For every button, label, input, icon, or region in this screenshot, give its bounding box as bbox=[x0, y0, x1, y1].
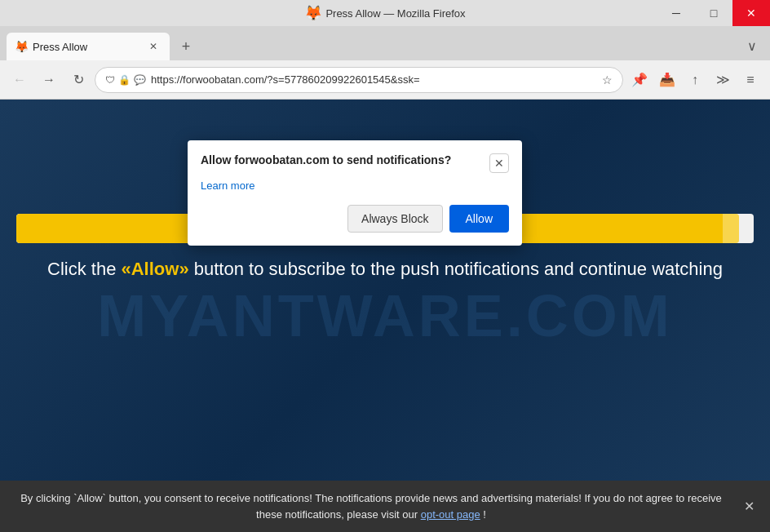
notification-permission-icon: 💬 bbox=[134, 74, 146, 86]
watermark: MYANTWARE.COM bbox=[97, 282, 672, 349]
bookmark-star-icon[interactable]: ☆ bbox=[602, 73, 613, 86]
active-tab[interactable]: 🦊 Press Allow ✕ bbox=[7, 33, 170, 60]
bottom-bar-close-button[interactable]: ✕ bbox=[737, 495, 760, 518]
address-bar[interactable]: 🛡 🔒 💬 https://forwoobatan.com/?s=5778602… bbox=[95, 67, 623, 93]
tab-title: Press Allow bbox=[33, 41, 140, 53]
tab-close-button[interactable]: ✕ bbox=[145, 38, 162, 55]
notification-popup: Allow forwoobatan.com to send notificati… bbox=[188, 140, 522, 246]
lock-icon: 🔒 bbox=[118, 74, 131, 86]
bottom-bar-text: By clicking `Allow` button, you consent … bbox=[20, 492, 722, 521]
content-area: MYANTWARE.COM 98% Click the «Allow» butt… bbox=[0, 100, 770, 532]
window-title: Press Allow — Mozilla Firefox bbox=[325, 7, 465, 20]
back-button[interactable]: ← bbox=[7, 67, 33, 93]
forward-button[interactable]: → bbox=[36, 67, 62, 93]
progress-bar-shine bbox=[723, 214, 739, 243]
minimize-button[interactable]: ─ bbox=[657, 0, 695, 26]
popup-header: Allow forwoobatan.com to send notificati… bbox=[201, 153, 509, 173]
new-tab-button[interactable]: + bbox=[175, 35, 197, 58]
firefox-logo-icon: 🦊 bbox=[304, 4, 322, 22]
address-security-icons: 🛡 🔒 💬 bbox=[105, 74, 146, 86]
popup-title: Allow forwoobatan.com to send notificati… bbox=[201, 153, 489, 166]
title-bar: 🦊 Press Allow — Mozilla Firefox ─ □ ✕ bbox=[0, 0, 770, 26]
cta-text-after: button to subscribe to the push notifica… bbox=[189, 259, 723, 279]
tab-list-button[interactable]: ∨ bbox=[741, 34, 763, 57]
reload-button[interactable]: ↻ bbox=[65, 67, 91, 93]
cta-highlight: «Allow» bbox=[122, 259, 189, 279]
learn-more-link[interactable]: Learn more bbox=[201, 180, 509, 192]
window-controls: ─ □ ✕ bbox=[657, 0, 770, 26]
popup-actions: Always Block Allow bbox=[201, 205, 509, 233]
allow-button[interactable]: Allow bbox=[449, 205, 509, 233]
shield-icon: 🛡 bbox=[105, 74, 115, 86]
extensions-button[interactable]: ≫ bbox=[710, 67, 736, 93]
menu-button[interactable]: ≡ bbox=[737, 67, 763, 93]
watermark-text: MYANTWARE.COM bbox=[97, 282, 672, 349]
bottom-bar-text-end: ! bbox=[483, 508, 486, 521]
bottom-notification-bar: By clicking `Allow` button, you consent … bbox=[0, 481, 770, 532]
cta-text: Click the «Allow» button to subscribe to… bbox=[0, 259, 770, 280]
share-button[interactable]: ↑ bbox=[682, 67, 708, 93]
download-button[interactable]: 📥 bbox=[654, 67, 680, 93]
address-text: https://forwoobatan.com/?s=5778602099226… bbox=[151, 73, 597, 86]
toolbar: ← → ↻ 🛡 🔒 💬 https://forwoobatan.com/?s=5… bbox=[0, 60, 770, 100]
tab-favicon-icon: 🦊 bbox=[15, 40, 28, 53]
toolbar-right-buttons: 📌 📥 ↑ ≫ ≡ bbox=[626, 67, 763, 93]
opt-out-link[interactable]: opt-out page bbox=[421, 508, 480, 521]
tab-bar: 🦊 Press Allow ✕ + ∨ bbox=[0, 26, 770, 60]
always-block-button[interactable]: Always Block bbox=[347, 205, 442, 233]
popup-close-button[interactable]: ✕ bbox=[489, 153, 509, 173]
restore-button[interactable]: □ bbox=[695, 0, 732, 26]
close-window-button[interactable]: ✕ bbox=[732, 0, 770, 26]
cta-text-before: Click the bbox=[47, 259, 121, 279]
pocket-button[interactable]: 📌 bbox=[626, 67, 653, 93]
